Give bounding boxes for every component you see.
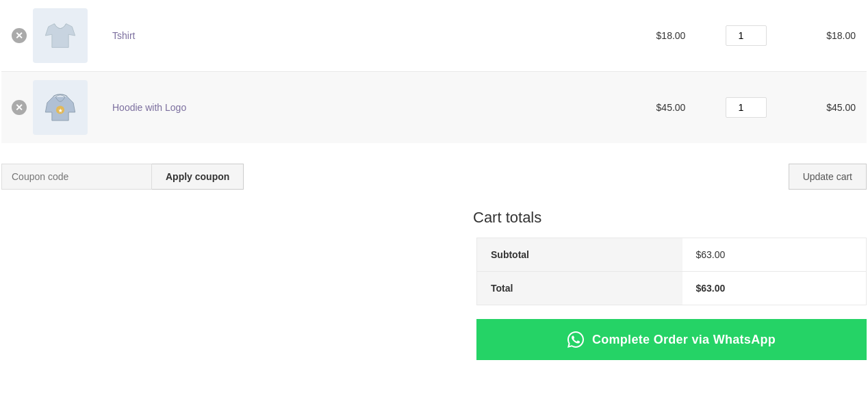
tshirt-quantity-wrapper xyxy=(712,25,780,46)
hoodie-quantity-input[interactable] xyxy=(726,97,767,118)
total-value: $63.00 xyxy=(682,272,867,305)
whatsapp-button-label: Complete Order via WhatsApp xyxy=(592,333,776,347)
remove-hoodie-button[interactable]: ✕ xyxy=(5,100,33,115)
tshirt-image xyxy=(33,8,88,63)
tshirt-svg xyxy=(42,18,78,53)
tshirt-quantity-input[interactable] xyxy=(726,25,767,46)
hoodie-quantity-wrapper xyxy=(712,97,780,118)
hoodie-subtotal: $45.00 xyxy=(780,102,863,113)
remove-tshirt-button[interactable]: ✕ xyxy=(5,28,33,43)
update-cart-button[interactable]: Update cart xyxy=(789,164,867,190)
hoodie-name: Hoodie with Logo xyxy=(99,102,630,113)
coupon-section: Apply coupon Update cart xyxy=(1,150,867,203)
remove-icon[interactable]: ✕ xyxy=(12,100,27,115)
tshirt-subtotal: $18.00 xyxy=(780,30,863,41)
complete-order-whatsapp-button[interactable]: Complete Order via WhatsApp xyxy=(476,319,867,360)
whatsapp-btn-wrapper: Complete Order via WhatsApp xyxy=(476,319,867,360)
total-label: Total xyxy=(477,272,682,305)
coupon-left: Apply coupon xyxy=(1,164,244,190)
remove-icon[interactable]: ✕ xyxy=(12,28,27,43)
apply-coupon-button[interactable]: Apply coupon xyxy=(152,164,244,190)
subtotal-label: Subtotal xyxy=(477,238,682,272)
page-wrapper: ✕ Tshirt $18.00 $18.00 ✕ xyxy=(0,0,868,360)
hoodie-svg: ★ xyxy=(42,90,78,125)
cart-totals-table: Subtotal $63.00 Total $63.00 xyxy=(476,238,867,305)
svg-text:★: ★ xyxy=(58,108,63,113)
total-row: Total $63.00 xyxy=(477,272,867,305)
subtotal-row: Subtotal $63.00 xyxy=(477,238,867,272)
subtotal-value: $63.00 xyxy=(682,238,867,272)
cart-items-section: ✕ Tshirt $18.00 $18.00 ✕ xyxy=(1,0,867,143)
cart-item-tshirt: ✕ Tshirt $18.00 $18.00 xyxy=(1,0,867,71)
coupon-input[interactable] xyxy=(1,164,152,190)
bottom-section: Cart totals Subtotal $63.00 Total $63.00 xyxy=(1,209,867,360)
hoodie-price: $45.00 xyxy=(630,102,712,113)
tshirt-price: $18.00 xyxy=(630,30,712,41)
cart-totals-title: Cart totals xyxy=(473,209,867,227)
tshirt-link[interactable]: Tshirt xyxy=(112,30,135,41)
tshirt-name: Tshirt xyxy=(99,30,630,41)
hoodie-image: ★ xyxy=(33,80,88,135)
whatsapp-icon xyxy=(567,331,584,348)
cart-item-hoodie: ✕ ★ Hoodie with Logo $45.00 xyxy=(1,71,867,143)
totals-right: Cart totals Subtotal $63.00 Total $63.00 xyxy=(473,209,867,360)
hoodie-link[interactable]: Hoodie with Logo xyxy=(112,102,186,113)
